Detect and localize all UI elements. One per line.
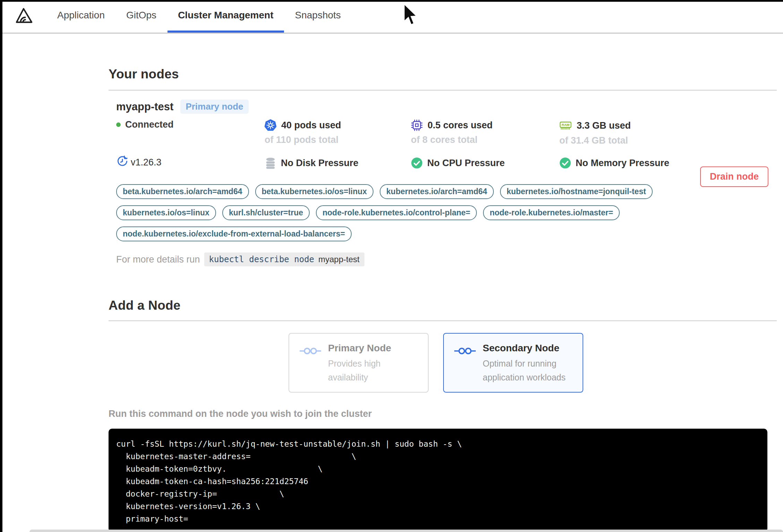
- version-history-icon: [116, 155, 129, 168]
- memory-stat: RAM 3.3 GB used: [559, 119, 777, 132]
- cores-total: of 8 cores total: [411, 135, 559, 145]
- check-icon: [411, 157, 423, 169]
- details-hint-text: For more details run: [116, 254, 200, 265]
- node-version: v1.26.3: [116, 157, 265, 168]
- screenshot-top-edge: [0, 0, 783, 2]
- svg-text:RAM: RAM: [562, 123, 569, 127]
- node-label-pill: kurl.sh/cluster=true: [222, 205, 310, 220]
- replicated-logo-icon: [14, 7, 33, 26]
- disk-pressure: No Disk Pressure: [265, 157, 411, 169]
- ram-icon: RAM: [559, 119, 572, 132]
- terminal-line: primary-host=: [116, 513, 757, 525]
- pods-total: of 110 pods total: [265, 135, 411, 145]
- disk-icon: [265, 157, 276, 169]
- node-stats-row: Connected 40 pods used: [116, 119, 777, 146]
- cores-used-value: 0.5 cores used: [428, 120, 493, 131]
- node-conditions-row: v1.26.3 No Disk Pressure: [116, 157, 777, 169]
- primary-node-option-description: Provides high availability: [328, 357, 421, 384]
- terminal-line: curl -fsSL https://kurl.sh/jq-new-test-u…: [116, 438, 757, 450]
- kubectl-command-node-name: myapp-test: [318, 255, 360, 264]
- node-details-hint: For more details run kubectl describe no…: [116, 252, 777, 266]
- memory-total: of 31.4 GB total: [559, 135, 777, 146]
- node-card: myapp-test Primary node Connected: [109, 91, 777, 266]
- add-a-node-divider: [109, 320, 777, 321]
- pods-used-value: 40 pods used: [281, 120, 341, 131]
- terminal-line: kubeadm-token-ca-hash=sha256:221d25746: [116, 475, 757, 488]
- node-type-options: Primary Node Provides high availability …: [109, 333, 777, 393]
- tab-snapshots[interactable]: Snapshots: [285, 0, 351, 33]
- node-label-pill: kubernetes.io/hostname=jonquil-test: [500, 184, 653, 199]
- node-status: Connected: [116, 119, 265, 130]
- tab-application[interactable]: Application: [47, 0, 115, 33]
- check-icon: [559, 157, 571, 169]
- secondary-node-option[interactable]: Secondary Node Optimal for running appli…: [443, 333, 583, 393]
- top-navigation-bar: Application GitOps Cluster Management Sn…: [0, 0, 783, 34]
- node-label-pill: beta.kubernetes.io/arch=amd64: [116, 184, 249, 199]
- bottom-panel-edge: [29, 530, 783, 532]
- terminal-line: kubernetes-master-address= \: [116, 450, 757, 463]
- join-command-terminal: curl -fsSL https://kurl.sh/jq-new-test-u…: [109, 429, 767, 532]
- your-nodes-title: Your nodes: [109, 67, 777, 81]
- node-link-icon: [299, 346, 322, 356]
- memory-used-value: 3.3 GB used: [577, 120, 631, 131]
- cores-stat: 0.5 cores used: [411, 119, 559, 131]
- nav-tabs: Application GitOps Cluster Management Sn…: [47, 0, 352, 33]
- node-label-pill: node-role.kubernetes.io/master=: [483, 205, 620, 220]
- pods-stat: 40 pods used: [265, 119, 411, 131]
- node-labels: beta.kubernetes.io/arch=amd64 beta.kuber…: [116, 184, 777, 241]
- node-status-label: Connected: [125, 119, 174, 130]
- join-command-instruction: Run this command on the node you wish to…: [109, 409, 777, 419]
- tab-gitops[interactable]: GitOps: [116, 0, 167, 33]
- node-link-icon: [454, 346, 476, 356]
- drain-node-button[interactable]: Drain node: [700, 166, 768, 187]
- node-label-pill: node-role.kubernetes.io/control-plane=: [316, 205, 477, 220]
- memory-pressure-label: No Memory Pressure: [576, 158, 669, 169]
- secondary-node-option-title: Secondary Node: [483, 343, 576, 354]
- cpu-pressure-label: No CPU Pressure: [427, 158, 505, 169]
- node-label-pill: node.kubernetes.io/exclude-from-external…: [116, 226, 352, 241]
- kubernetes-icon: [265, 119, 276, 131]
- add-a-node-title: Add a Node: [109, 298, 777, 313]
- node-label-pill: kubernetes.io/os=linux: [116, 205, 216, 220]
- primary-node-option[interactable]: Primary Node Provides high availability: [289, 333, 429, 393]
- primary-node-option-title: Primary Node: [328, 343, 421, 354]
- kubectl-command-chip: kubectl describe node myapp-test: [204, 252, 364, 266]
- terminal-line: kubeadm-token=0ztbvy. \: [116, 463, 757, 475]
- status-dot-icon: [116, 122, 121, 127]
- secondary-node-option-description: Optimal for running application workload…: [483, 357, 576, 384]
- cpu-pressure: No CPU Pressure: [411, 157, 559, 169]
- primary-node-badge: Primary node: [180, 100, 248, 114]
- cpu-icon: [411, 119, 423, 131]
- node-label-pill: beta.kubernetes.io/os=linux: [255, 184, 374, 199]
- mouse-cursor-icon: [402, 3, 418, 26]
- main-content: Your nodes myapp-test Primary node Conne…: [109, 67, 777, 532]
- app-logo[interactable]: [0, 0, 47, 33]
- terminal-line: kubernetes-version=v1.26.3 \: [116, 500, 757, 513]
- tab-cluster-management[interactable]: Cluster Management: [167, 0, 284, 33]
- node-name: myapp-test: [116, 101, 173, 113]
- screenshot-left-edge: [0, 0, 2, 532]
- node-label-pill: kubernetes.io/arch=amd64: [380, 184, 494, 199]
- disk-pressure-label: No Disk Pressure: [281, 158, 359, 169]
- node-version-label: v1.26.3: [131, 157, 162, 168]
- kubectl-command-text: kubectl describe node: [209, 255, 314, 264]
- terminal-line: docker-registry-ip= \: [116, 488, 757, 500]
